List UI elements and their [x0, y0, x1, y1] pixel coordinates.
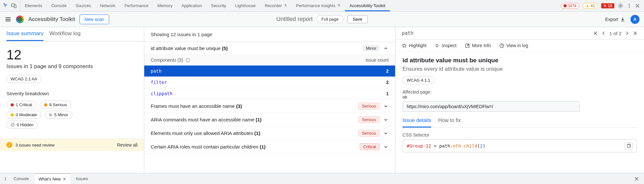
pager-prev-icon[interactable]: [601, 31, 606, 36]
tab-performance[interactable]: Performance: [120, 0, 153, 11]
summary-panel: Issue summary Workflow log 12 Issues in …: [0, 27, 144, 173]
severity-heading: Severity breakdown: [6, 91, 137, 96]
errors-badge[interactable]: 1074: [561, 3, 580, 9]
warnings-badge[interactable]: ▲41: [582, 3, 598, 9]
download-icon: [620, 17, 625, 22]
tab-application[interactable]: Application: [177, 0, 207, 11]
close-devtools-icon[interactable]: [635, 3, 640, 8]
info-icon: i: [6, 142, 12, 148]
export-button[interactable]: Export: [605, 17, 625, 22]
hidden-icon: [11, 123, 15, 127]
drawer-more-icon[interactable]: [3, 177, 8, 181]
settings-icon[interactable]: [618, 3, 623, 9]
tab-workflow-log[interactable]: Workflow log: [49, 30, 80, 41]
component-row-clippath[interactable]: clippath1: [144, 88, 395, 99]
issue-row-aria-commands[interactable]: ARIA commands must have an accessible na…: [144, 113, 395, 127]
component-row-filter[interactable]: filter2: [144, 77, 395, 88]
copy-selector-button[interactable]: [624, 142, 633, 149]
chevron-down-icon: [383, 131, 389, 136]
issues-header: Showing 12 issues in 1 page: [144, 27, 395, 42]
affected-page-label: Affected page:: [402, 89, 637, 95]
scope-pill[interactable]: Full page: [317, 15, 343, 23]
css-selector-box: #Group-12 > path:nth-child(2): [402, 139, 637, 152]
blocked-badge[interactable]: ✕18: [601, 3, 614, 8]
chip-minor[interactable]: 5 Minor: [45, 111, 72, 119]
tab-perf-insights[interactable]: Performance insights⚗: [291, 0, 345, 11]
review-all-link[interactable]: Review all: [117, 142, 137, 148]
tab-how-to-fix[interactable]: How to fix: [438, 118, 461, 128]
issues-list-panel: Showing 12 issues in 1 page id attribute…: [144, 27, 395, 173]
review-banner: i 3 issues need review Review all: [0, 138, 144, 151]
severity-tag: Minor: [363, 45, 380, 51]
pager-first-icon[interactable]: [593, 31, 598, 36]
inspect-action[interactable]: Inspect: [435, 43, 456, 48]
devtools-tab-bar: Elements Console Sources Network Perform…: [0, 0, 644, 12]
highlight-action[interactable]: Highlight: [402, 43, 426, 48]
components-subheader: Components (3) i Issue count: [144, 55, 395, 66]
issue-row-duplicate-id[interactable]: id attribute value must be unique (5) Mi…: [144, 42, 395, 55]
detail-breadcrumb: path: [402, 30, 413, 36]
svg-point-5: [629, 7, 630, 8]
flask-icon: ⚗: [337, 4, 340, 8]
tab-issue-summary[interactable]: Issue summary: [6, 30, 43, 41]
issue-row-aria-attrs[interactable]: Elements must only use allowed ARIA attr…: [144, 127, 395, 140]
chip-serious[interactable]: 6 Serious: [40, 101, 71, 109]
pager-last-icon[interactable]: [632, 31, 638, 36]
more-icon[interactable]: [627, 3, 632, 8]
drawer-tab-whatsnew[interactable]: What's New: [35, 173, 70, 184]
css-selector-label: CSS Selector: [402, 132, 637, 138]
app-logo-icon: [16, 15, 24, 23]
severity-tag: Serious: [358, 116, 380, 123]
component-row-path[interactable]: path2: [144, 66, 395, 77]
tab-memory[interactable]: Memory: [153, 0, 177, 11]
issue-row-frames[interactable]: Frames must have an accessible name (3) …: [144, 99, 395, 113]
avatar[interactable]: A: [630, 15, 639, 24]
tab-elements[interactable]: Elements: [20, 0, 47, 11]
flask-icon: ⚗: [284, 4, 287, 8]
affected-url[interactable]: https://miro.com/app/board/uXjVMIEDFlw=/: [402, 101, 580, 112]
issue-title: id attribute value must be unique: [402, 57, 637, 64]
detail-panel: path 1 of 2 Highlight Inspect More Info …: [395, 27, 644, 173]
tab-accessibility-toolkit[interactable]: Accessibility Toolkit: [345, 0, 390, 11]
svg-point-13: [5, 178, 6, 179]
issue-description: Ensures every id attribute value is uniq…: [402, 66, 637, 72]
svg-rect-11: [627, 145, 630, 148]
save-button[interactable]: Save: [347, 15, 368, 23]
tab-issue-details[interactable]: Issue details: [402, 118, 431, 128]
chip-hidden[interactable]: 0 Hidden: [6, 121, 38, 129]
total-issues-count: 12: [6, 47, 137, 63]
tab-recorder[interactable]: Recorder⚗: [260, 0, 291, 11]
tab-network[interactable]: Network: [96, 0, 120, 11]
new-scan-button[interactable]: New scan: [80, 15, 109, 24]
review-message: 3 issues need review: [15, 143, 54, 148]
chevron-up-icon: [383, 46, 389, 51]
chip-critical[interactable]: 1 Critical: [6, 101, 36, 109]
info-icon[interactable]: i: [185, 58, 190, 63]
tab-security[interactable]: Security: [206, 0, 231, 11]
severity-tag: Critical: [360, 143, 380, 150]
svg-text:i: i: [188, 59, 188, 62]
chip-moderate[interactable]: 0 Moderate: [6, 111, 41, 119]
view-log-action[interactable]: View in log: [499, 43, 528, 48]
devtools-tabs: Elements Console Sources Network Perform…: [20, 0, 390, 11]
drawer-tab-issues[interactable]: Issues: [72, 173, 92, 184]
close-tab-icon[interactable]: [63, 177, 66, 181]
inspect-element-icon[interactable]: [3, 3, 9, 9]
drawer-tab-console[interactable]: Console: [10, 173, 33, 184]
hamburger-icon[interactable]: [5, 16, 12, 23]
tab-console[interactable]: Console: [47, 0, 71, 11]
issues-summary-text: Issues in 1 page and 9 components: [6, 63, 137, 70]
drawer-close-icon[interactable]: [632, 177, 641, 181]
issue-row-aria-children[interactable]: Certain ARIA roles must contain particul…: [144, 140, 395, 154]
severity-tag: Serious: [358, 103, 380, 109]
pager-next-icon[interactable]: [625, 31, 629, 36]
svg-point-4: [629, 5, 630, 6]
device-toggle-icon[interactable]: [11, 3, 17, 9]
tab-lighthouse[interactable]: Lighthouse: [231, 0, 260, 11]
wcag-level-chip[interactable]: WCAG 2.1 AA: [6, 75, 41, 83]
report-title[interactable]: Untitled report: [276, 16, 313, 23]
wcag-ref-chip[interactable]: WCAG 4.1.1: [402, 76, 434, 84]
tab-sources[interactable]: Sources: [71, 0, 96, 11]
drawer-bar: Console What's New Issues: [0, 173, 644, 184]
more-info-action[interactable]: More Info: [465, 43, 491, 48]
